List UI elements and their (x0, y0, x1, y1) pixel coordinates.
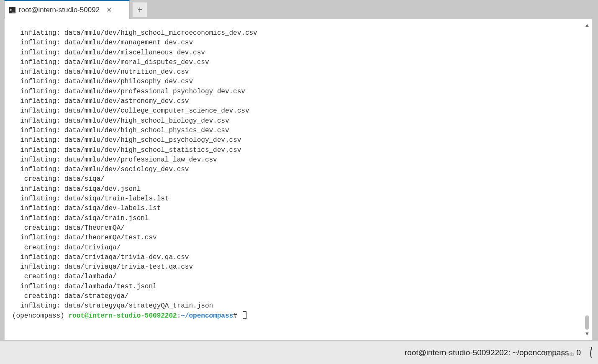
plus-icon: + (137, 5, 142, 15)
terminal-line: inflating: data/triviaqa/trivia-dev.qa.c… (12, 253, 583, 262)
terminal-line: inflating: data/mmlu/dev/management_dev.… (12, 38, 583, 48)
terminal-line: inflating: data/mmlu/dev/astronomy_dev.c… (12, 97, 583, 106)
terminal-line: inflating: data/triviaqa/trivia-test.qa.… (12, 262, 583, 272)
terminal-line: inflating: data/mmlu/dev/high_school_phy… (12, 126, 583, 136)
terminal-line: creating: data/strategyqa/ (12, 292, 583, 301)
status-bar: root@intern-studio-50092202: ~/opencompa… (0, 341, 598, 364)
status-count: 0 (576, 348, 581, 357)
status-path-text: root@intern-studio-50092202: ~/opencompa… (405, 348, 569, 357)
terminal-prompt[interactable]: (opencompass) root@intern-studio-5009220… (12, 311, 583, 321)
terminal-line: inflating: data/mmlu/dev/high_school_mic… (12, 28, 583, 38)
scroll-track[interactable] (584, 28, 590, 331)
terminal-line: creating: data/TheoremQA/ (12, 223, 583, 233)
scrollbar: ▲ ▼ (583, 22, 591, 337)
app-window: >_ root@intern-studio-50092 ✕ + inflatin… (0, 0, 598, 364)
terminal-line: inflating: data/mmlu/dev/philosophy_dev.… (12, 77, 583, 87)
terminal-line: inflating: data/mmlu/dev/high_school_psy… (12, 136, 583, 145)
terminal-line: inflating: data/siqa/dev-labels.lst (12, 204, 583, 213)
tab-terminal[interactable]: >_ root@intern-studio-50092 ✕ (4, 0, 130, 19)
terminal-line: inflating: data/strategyqa/strategyQA_tr… (12, 301, 583, 311)
terminal-line: inflating: data/mmlu/dev/miscellaneous_d… (12, 48, 583, 58)
terminal-line: inflating: data/mmlu/dev/moral_disputes_… (12, 58, 583, 67)
terminal-output[interactable]: inflating: data/mmlu/dev/high_school_mic… (5, 19, 583, 340)
prompt-userhost: root@intern-studio-50092202 (68, 312, 177, 320)
terminal-line: inflating: data/siqa/train.jsonl (12, 214, 583, 223)
terminal-line: inflating: data/mmlu/dev/nutrition_dev.c… (12, 67, 583, 77)
prompt-separator: # (233, 312, 241, 320)
terminal-line: inflating: data/mmlu/dev/college_compute… (12, 106, 583, 116)
terminal-line: inflating: data/TheoremQA/test.csv (12, 233, 583, 243)
terminal-line: inflating: data/siqa/dev.jsonl (12, 185, 583, 194)
terminal-pane: inflating: data/mmlu/dev/high_school_mic… (4, 19, 592, 340)
prompt-path: ~/opencompass (181, 312, 233, 320)
terminal-line: inflating: data/mmlu/dev/sociology_dev.c… (12, 165, 583, 174)
terminal-line: creating: data/lambada/ (12, 272, 583, 282)
terminal-line: inflating: data/mmlu/dev/professional_la… (12, 155, 583, 165)
terminal-line: inflating: data/siqa/train-labels.lst (12, 194, 583, 204)
terminal-line: inflating: data/mmlu/dev/professional_ps… (12, 87, 583, 97)
terminal-line: creating: data/triviaqa/ (12, 243, 583, 253)
bell-icon[interactable]: ⎝ (588, 347, 593, 358)
prompt-colon: : (177, 312, 181, 320)
close-icon[interactable]: ✕ (105, 5, 113, 15)
scroll-down-button[interactable]: ▼ (584, 331, 590, 337)
cursor (243, 311, 246, 319)
new-tab-button[interactable]: + (132, 2, 147, 17)
tab-title: root@intern-studio-50092 (19, 6, 100, 14)
terminal-line: inflating: data/mmlu/dev/high_school_bio… (12, 116, 583, 126)
terminal-line: inflating: data/mmlu/dev/high_school_sta… (12, 146, 583, 155)
scroll-thumb[interactable] (585, 315, 589, 330)
scroll-up-button[interactable]: ▲ (584, 22, 590, 28)
terminal-icon: >_ (9, 7, 15, 13)
terminal-line: inflating: data/lambada/test.jsonl (12, 282, 583, 292)
terminal-line: creating: data/siqa/ (12, 174, 583, 184)
prompt-env: (opencompass) (12, 312, 68, 320)
tab-strip: >_ root@intern-studio-50092 ✕ + (0, 0, 598, 19)
